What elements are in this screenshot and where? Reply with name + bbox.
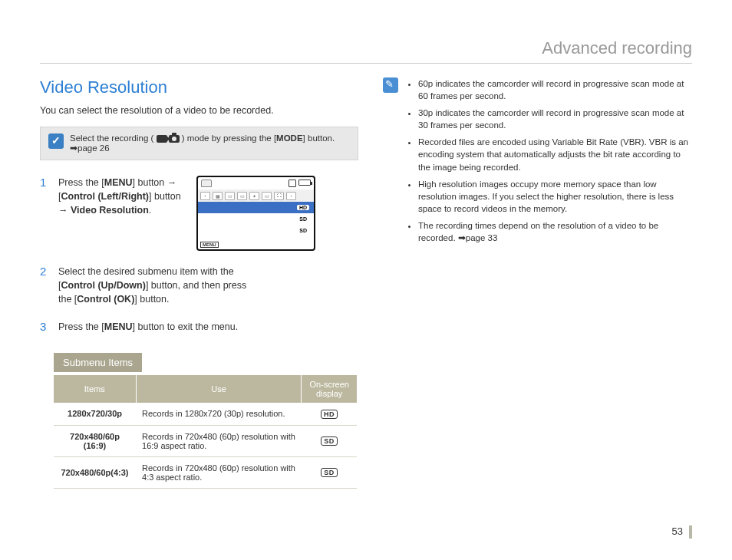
lcd-list-item: HD (198, 202, 314, 213)
table-header-items: Items (54, 375, 136, 403)
card-icon (289, 180, 296, 187)
lcd-option-icon: ⛶ (274, 192, 284, 200)
table-row: 720x480/60p(4:3) Records in 720x480 (60p… (54, 456, 357, 488)
page-number: 53 (672, 525, 692, 539)
notes-list: 60p indicates the camcorder will record … (406, 77, 692, 249)
intro-text: You can select the resolution of a video… (40, 105, 358, 116)
mode-note-text: Select the recording ( ) mode by pressin… (70, 133, 350, 153)
lcd-nav-right-icon: › (286, 192, 296, 200)
note-item: 60p indicates the camcorder will record … (418, 77, 692, 102)
section-title: Video Resolution (40, 77, 358, 97)
left-column: Video Resolution You can select the reso… (40, 77, 358, 489)
lcd-preview: ‹ ▦ ▭ ▭ ✦ ▭ ⛶ › HD SD (196, 176, 315, 251)
lcd-option-icon: ▭ (225, 192, 235, 200)
step-number: 2 (40, 265, 51, 306)
camera-icon (169, 135, 180, 143)
lcd-toolbar: ‹ ▦ ▭ ▭ ✦ ▭ ⛶ › (198, 189, 314, 202)
lcd-list-item: SD (198, 225, 314, 236)
table-header-use: Use (136, 375, 302, 403)
right-column: 60p indicates the camcorder will record … (383, 77, 692, 489)
note-item: The recording times depend on the resolu… (418, 219, 692, 244)
step-number: 3 (40, 320, 51, 334)
lcd-list-item: SD (198, 213, 314, 225)
lcd-option-icon: ▭ (237, 192, 247, 200)
step-text: Press the [MENU] button to exit the menu… (58, 320, 238, 334)
submenu-heading: Submenu Items (54, 353, 142, 372)
step-1: 1 Press the [MENU] button → [Control (Le… (40, 176, 358, 251)
step-text: Press the [MENU] button → [Control (Left… (58, 176, 189, 217)
note-item: 30p indicates the camcorder will record … (418, 107, 692, 131)
step-3: 3 Press the [MENU] button to exit the me… (40, 320, 358, 334)
video-camera-icon (157, 135, 167, 143)
steps-list: 1 Press the [MENU] button → [Control (Le… (40, 176, 358, 334)
check-icon (48, 133, 64, 149)
chapter-title: Advanced recording (40, 38, 692, 64)
lcd-tab-icon (201, 180, 212, 187)
note-item: Recorded files are encoded using Variabl… (418, 136, 692, 173)
table-row: 1280x720/30p Records in 1280x720 (30p) r… (54, 403, 357, 426)
step-2: 2 Select the desired submenu item with t… (40, 265, 358, 306)
note-item: High resolution images occupy more memor… (418, 178, 692, 215)
sd-badge-icon: SD (321, 436, 338, 446)
submenu-table: Items Use On-screen display 1280x720/30p… (54, 375, 357, 489)
lcd-option-icon: ▭ (262, 192, 272, 200)
lcd-list: HD SD SD (198, 202, 314, 236)
lcd-option-icon: ▦ (213, 192, 223, 200)
battery-icon (298, 180, 311, 186)
sd-badge-icon: SD (321, 468, 338, 477)
lcd-option-icon: ✦ (249, 192, 259, 200)
note-icon (383, 77, 398, 93)
table-header-osd: On-screen display (302, 375, 357, 403)
mode-icons (157, 135, 180, 143)
mode-note-box: Select the recording ( ) mode by pressin… (40, 127, 358, 160)
step-number: 1 (40, 176, 51, 251)
lcd-nav-left-icon: ‹ (200, 192, 210, 200)
step-text: Select the desired submenu item with the… (58, 265, 250, 306)
table-row: 720x480/60p (16:9) Records in 720x480 (6… (54, 425, 357, 456)
content-columns: Video Resolution You can select the reso… (40, 77, 692, 489)
lcd-menu-label: MENU (200, 242, 219, 248)
hd-badge-icon: HD (321, 410, 338, 419)
